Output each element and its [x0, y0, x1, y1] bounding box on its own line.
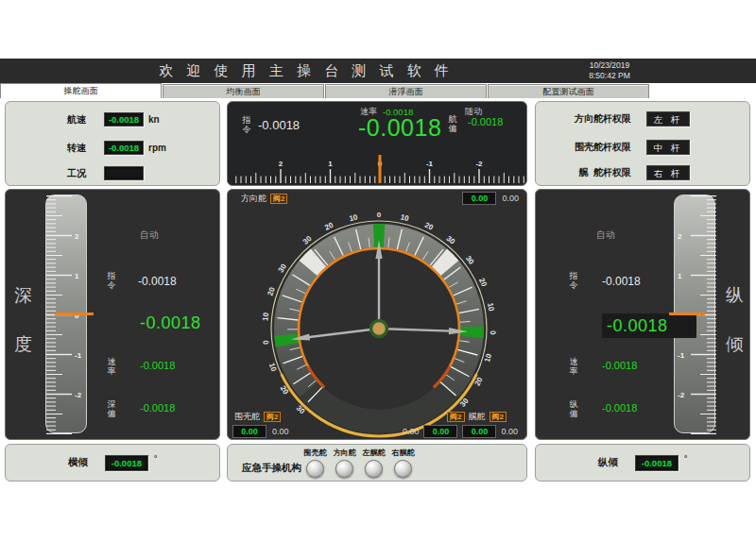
roll-display: -0.0018	[105, 455, 148, 471]
svg-text:-1: -1	[75, 351, 82, 360]
rpm-unit: rpm	[148, 143, 166, 153]
heading-cmd-label: 指令	[242, 115, 251, 134]
speed-panel: 航速 -0.0018 kn 转速 -0.0018 rpm 工况	[5, 101, 220, 186]
svg-text:10: 10	[483, 352, 493, 363]
rudder-valve-badge: 阀2	[270, 194, 287, 204]
depth-dev-label: 深偏	[107, 399, 116, 418]
depth-cmd-value: -0.0018	[138, 275, 177, 288]
stern-authority-row: 艉 舵杆权限 右 杆	[536, 165, 749, 180]
depth-cmd-label: 指令	[107, 271, 116, 290]
stern-valve-badge-right: 阀2	[490, 412, 507, 422]
pitch-big-value: -0.0018	[602, 316, 668, 335]
emergency-panel: 应急手操机构 围壳舵 方向舵 左艉舵 右艉舵	[227, 444, 527, 482]
tab-dive[interactable]: 潜浮画面	[325, 84, 487, 98]
svg-text:10: 10	[261, 312, 270, 321]
rpm-row: 转速 -0.0018 rpm	[6, 141, 219, 155]
svg-text:1: 1	[678, 272, 682, 280]
heading-command-panel: 指令 -0.0018 速率 -0.0018 -0.0018 航偏 随动 -0.0…	[227, 101, 527, 186]
sail-authority-row: 围壳舵杆权限 中 杆	[536, 140, 749, 155]
rpm-label: 转速	[6, 142, 86, 155]
condition-row: 工况	[6, 166, 219, 180]
rudder-dial-gauge: 302010010203030201001020303020100102030	[228, 190, 528, 441]
speed-display: -0.0018	[104, 112, 144, 127]
pitch-cmd-value: -0.0018	[602, 275, 641, 288]
sail-plane-header: 围壳舵 阀2	[234, 411, 281, 423]
stern-plane-values: 0.00 0.00 0.00 0.00	[403, 425, 518, 438]
rudder-authority-label: 方向舵杆权限	[536, 112, 631, 126]
emergency-sail-button[interactable]	[306, 460, 324, 478]
emergency-rudder-button[interactable]	[335, 460, 353, 478]
condition-display	[104, 166, 144, 180]
heading-dev-label: 航偏	[448, 114, 457, 133]
rudder-authority-display: 左 杆	[646, 111, 690, 127]
svg-text:0: 0	[262, 339, 271, 345]
svg-text:-1: -1	[426, 160, 434, 168]
depth-ruler-pointer	[55, 313, 94, 315]
roll-label: 横倾	[68, 456, 88, 469]
svg-text:-2: -2	[678, 391, 685, 399]
stern-value-display-right: 0.00	[462, 425, 496, 438]
stern-valve-badge-left: 阀2	[447, 412, 464, 422]
emergency-right-stern-label: 右艉舵	[392, 448, 415, 458]
pitch-bottom-unit: °	[684, 454, 687, 463]
tab-config[interactable]: 配置测试画面	[488, 84, 649, 98]
svg-text:0: 0	[489, 330, 497, 335]
pitch-bottom-row: 纵倾 -0.0018 °	[536, 445, 749, 481]
follow-mode-value: -0.0018	[468, 116, 503, 127]
emergency-right-stern-button[interactable]	[394, 460, 412, 478]
window-title: 欢 迎 使 用 主 操 台 测 试 软 件	[0, 62, 612, 80]
rudder-dial-header: 方向舵 阀2	[241, 193, 287, 205]
tab-bar: 操舵画面 均衡画面 潜浮画面 配置测试画面	[0, 83, 756, 98]
pitch-bottom-label: 纵倾	[598, 456, 618, 469]
rudder-value2: 0.00	[502, 192, 519, 205]
pitch-dev-value: -0.0018	[602, 402, 637, 414]
svg-text:20: 20	[323, 221, 335, 232]
pitch-auto-label: 自动	[596, 228, 615, 242]
pitch-big-value-box: -0.0018	[602, 313, 696, 338]
speed-unit: kn	[148, 114, 160, 125]
date-text: 10/23/2019	[565, 60, 654, 71]
sail-authority-display: 中 杆	[646, 140, 690, 155]
roll-unit: °	[154, 454, 157, 463]
pitch-cmd-label: 指令	[569, 271, 578, 290]
tab-balance[interactable]: 均衡画面	[163, 84, 324, 98]
depth-dev-value: -0.0018	[140, 402, 175, 414]
pitch-panel: 自动 指令 -0.0018 -0.0018 速率 -0.0018 纵偏 -0.0…	[535, 189, 750, 440]
pitch-rate-value: -0.0018	[602, 360, 637, 371]
emergency-label: 应急手操机构	[242, 462, 301, 475]
emergency-left-stern-button[interactable]	[365, 460, 383, 478]
sail-value-display: 0.00	[232, 425, 266, 438]
rpm-display: -0.0018	[104, 141, 144, 155]
sail-value2: 0.00	[272, 425, 289, 438]
emergency-button-group: 围壳舵 方向舵 左艉舵 右艉舵	[301, 448, 418, 478]
stern-authority-label: 艉 舵杆权限	[536, 166, 631, 179]
emergency-item-sail: 围壳舵	[301, 448, 330, 478]
svg-text:20: 20	[266, 286, 277, 297]
emergency-item-right-stern: 右艉舵	[388, 448, 418, 478]
roll-panel: 横倾 -0.0018 °	[5, 444, 220, 482]
depth-rate-value: -0.0018	[140, 360, 175, 371]
depth-big-value: -0.0018	[140, 313, 201, 333]
emergency-rudder-label: 方向舵	[334, 448, 356, 458]
rudder-authority-row: 方向舵杆权限 左 杆	[536, 111, 749, 127]
depth-ruler-ticks: 210-1-2	[46, 195, 88, 434]
emergency-sail-label: 围壳舵	[304, 448, 327, 458]
condition-label: 工况	[6, 167, 86, 180]
svg-text:2: 2	[678, 232, 682, 241]
speed-label: 航速	[6, 113, 86, 127]
svg-text:1: 1	[328, 160, 333, 168]
pitch-bottom-display: -0.0018	[635, 455, 679, 471]
emergency-item-left-stern: 左艉舵	[359, 448, 388, 478]
tab-steering[interactable]: 操舵画面	[0, 83, 162, 98]
pitch-bottom-panel: 纵倾 -0.0018 °	[535, 444, 750, 482]
time-text: 8:50:42 PM	[565, 71, 654, 81]
sail-plane-values: 0.00 0.00	[232, 425, 289, 438]
main-console-screen: { "window": { "title": "欢 迎 使 用 主 操 台 测 …	[0, 0, 756, 541]
heading-big-value: -0.0018	[358, 114, 441, 142]
depth-rate-label: 速率	[107, 357, 116, 376]
depth-auto-label: 自动	[140, 228, 159, 242]
svg-text:10: 10	[400, 212, 410, 223]
stern-plane-header: 阀2 艉舵 阀2	[447, 411, 507, 423]
stern-value-4: 0.00	[501, 425, 518, 438]
svg-text:10: 10	[349, 212, 359, 223]
